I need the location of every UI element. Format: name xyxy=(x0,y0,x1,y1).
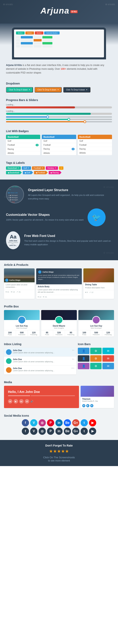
tags-row-2: ◀ Basketball ◀ Golf ◀ Football ◀ Racing xyxy=(6,171,112,174)
mini-play-button[interactable]: ▶ xyxy=(86,404,89,407)
rating-stars[interactable]: ★★★★★ xyxy=(4,449,114,454)
dropdown-btn-3[interactable]: Click To Drop It down ▼ xyxy=(63,87,90,92)
list-item-1-4: Athletic xyxy=(6,151,40,155)
slider-handle-3[interactable] xyxy=(83,120,86,123)
article-stat-comments-3: ↗ 12 xyxy=(89,291,93,293)
icon-btn-user-2[interactable]: 👤 xyxy=(78,355,89,362)
behance-dark-icon[interactable]: Be xyxy=(64,428,71,435)
vimeo-dark-icon[interactable]: V xyxy=(30,428,37,435)
icon-bars-title: Icon Bars xyxy=(78,342,114,346)
linkedin-dark-icon[interactable]: in xyxy=(55,428,63,435)
media-thumbnail xyxy=(81,386,114,397)
media-progress-fill xyxy=(8,395,30,396)
youtube-dark-icon[interactable]: ▶ xyxy=(89,428,96,435)
icon-btn-mail-2[interactable]: ✉ xyxy=(102,355,114,362)
laptop-section: Button Button Button Selected Button xyxy=(0,24,118,60)
tag-football[interactable]: Football ✕ xyxy=(32,166,45,170)
list-item-2-2: Football xyxy=(42,143,76,147)
dropdown-section: Dropdown Click To Drop It down ▼ Click T… xyxy=(0,79,118,96)
media-mini-controls: ⏮ ▶ ⏭ xyxy=(81,403,114,408)
tag-close-3[interactable]: ✕ xyxy=(42,167,43,169)
tag-basketball[interactable]: Basketball ✕ xyxy=(6,166,21,170)
tag-extra[interactable]: + xyxy=(59,166,64,170)
media-shuffle-button[interactable]: ⇄ xyxy=(25,399,29,404)
icon-btn-gear-1[interactable]: ⚙ xyxy=(90,348,102,354)
profile-avatar-3 xyxy=(92,316,100,324)
tag-arrow-football[interactable]: ◀ Football xyxy=(34,171,48,174)
watermark-dark-1: ⊕ envato xyxy=(103,186,114,188)
dropdown-btn-2-label: Click To Drop It down xyxy=(37,89,56,91)
profile-following-num-1: 120 xyxy=(28,331,39,334)
profile-following-2: 95Following xyxy=(65,330,77,336)
media-play-button[interactable]: ▶ xyxy=(14,399,18,404)
list-header-3: Basketball xyxy=(78,135,112,139)
list-header-2: Basketball xyxy=(42,135,76,139)
facebook-icon[interactable]: f xyxy=(22,419,29,426)
profile-card-3[interactable]: Lee Sun Kay Web Developer 100Posts 500Fo… xyxy=(78,310,114,336)
pinterest-dark-icon[interactable]: P xyxy=(47,428,54,435)
profile-stats-2: 85Posts 320Followers 95Following xyxy=(41,330,77,336)
dropdown-btn-1-label: Click To Drop It down xyxy=(9,89,28,91)
inbox-item-3[interactable]: John Doe Lorem ipsum dolor sit amet cons… xyxy=(4,366,76,374)
dropdown-btn-2[interactable]: Click To Drop It down ▼ xyxy=(35,87,62,92)
tag-close-4[interactable]: ✕ xyxy=(55,167,56,169)
tag-arrow-racing[interactable]: ◀ Racing xyxy=(49,171,62,174)
icon-btn-gear-2[interactable]: ⚙ xyxy=(90,355,102,362)
profile-section: Profile Box Lee Sun Kay Web Developer 10… xyxy=(0,302,118,340)
behance-icon[interactable]: Be xyxy=(64,419,71,426)
icon-btn-mail-3[interactable]: ✉ xyxy=(102,363,114,369)
icon-btn-user-3[interactable]: 👤 xyxy=(78,363,89,369)
inbox-msg-1: Lorem ipsum dolor sit amet consectetur a… xyxy=(13,352,71,354)
icon-bar-row-3: 👤 ⚙ ✉ xyxy=(78,363,114,369)
volume-icon[interactable]: 🔊 xyxy=(30,400,33,403)
twitter-dark-icon[interactable]: t xyxy=(81,428,88,435)
article-card-2[interactable]: Carlos Diego Lorem ipsum dolor sit amet … xyxy=(36,268,82,299)
icon-btn-gear-3[interactable]: ⚙ xyxy=(90,363,102,369)
googleplus-dark-icon[interactable]: G+ xyxy=(72,428,79,435)
feature-vector: Customizable Vector Shapes 100% Vector p… xyxy=(6,208,112,226)
profile-card-1[interactable]: Lee Sun Kay Web Developer 100Posts 500Fo… xyxy=(4,310,40,336)
tag-close-2[interactable]: ✕ xyxy=(28,167,29,169)
facebook-dark-icon[interactable]: f xyxy=(22,428,29,435)
laptop-tab-4: Selected Button xyxy=(44,32,60,34)
article-card-3[interactable]: Dining Table Product description here ♥ … xyxy=(83,268,114,299)
youtube-icon[interactable]: ▶ xyxy=(89,419,96,426)
article-excerpt-1: Lorem ipsum dolor sit amet consectetur..… xyxy=(6,284,33,288)
tag-golf[interactable]: Golf ✕ xyxy=(22,166,31,170)
linkedin-icon[interactable]: in xyxy=(55,419,63,426)
article-card-1[interactable]: Carlos Diego Lorem ipsum dolor sit amet … xyxy=(4,268,35,299)
profile-posts-num-1: 100 xyxy=(5,331,15,334)
dropdown-list: Click To Drop It down ▼ Click To Drop It… xyxy=(6,87,112,92)
profile-card-2[interactable]: David Wayne Web Designer 85Posts 320Foll… xyxy=(41,310,77,336)
tag-arrow-golf[interactable]: ◀ Golf xyxy=(23,171,33,174)
slider-handle-2[interactable] xyxy=(67,118,70,121)
pinterest-icon[interactable]: P xyxy=(47,419,54,426)
slider-handle-1[interactable] xyxy=(46,116,49,118)
tag-arrow-basketball[interactable]: ◀ Basketball xyxy=(6,171,22,174)
instagram-dark-icon[interactable]: ◎ xyxy=(39,428,46,435)
tag-close-1[interactable]: ✕ xyxy=(18,167,19,169)
dropdown-btn-1[interactable]: Click To Drop It down ▼ xyxy=(6,87,33,92)
chevron-down-icon-1: ▼ xyxy=(29,89,30,91)
profile-avatar-wrap-3 xyxy=(78,316,114,324)
list-box-1: Basketball Golf Football5 Racing Athleti… xyxy=(6,135,40,155)
list-item-3-2: Football xyxy=(78,143,112,147)
inbox-item-2[interactable]: John Doe Lorem ipsum dolor sit amet cons… xyxy=(4,357,76,366)
mini-next-button[interactable]: ⏭ xyxy=(90,404,93,407)
media-next-button[interactable]: ⏭ xyxy=(19,399,24,404)
vimeo-icon[interactable]: V xyxy=(30,419,37,426)
googleplus-icon[interactable]: G+ xyxy=(72,419,79,426)
media-progress-empty xyxy=(31,395,75,396)
twitter-icon[interactable]: t xyxy=(81,419,88,426)
media-prev-button[interactable]: ⏮ xyxy=(8,399,12,404)
icon-btn-mail-1[interactable]: ✉ xyxy=(102,348,114,354)
instagram-icon[interactable]: ◎ xyxy=(39,419,46,426)
progress-title: Progress Bars & Sliders xyxy=(6,98,112,102)
inbox-sender-1: John Doe xyxy=(13,349,71,352)
description-section: Arjuna UI Kits is a flat and clean user … xyxy=(0,60,118,79)
icon-btn-user-1[interactable]: 👤 xyxy=(78,348,89,354)
mini-prev-button[interactable]: ⏮ xyxy=(82,404,85,407)
inbox-item-1[interactable]: John Doe Lorem ipsum dolor sit amet cons… xyxy=(4,348,76,357)
tag-hockey[interactable]: Hockey ✕ xyxy=(46,166,58,170)
progress-section: Progress Bars & Sliders Loading... Loadi… xyxy=(0,96,118,126)
